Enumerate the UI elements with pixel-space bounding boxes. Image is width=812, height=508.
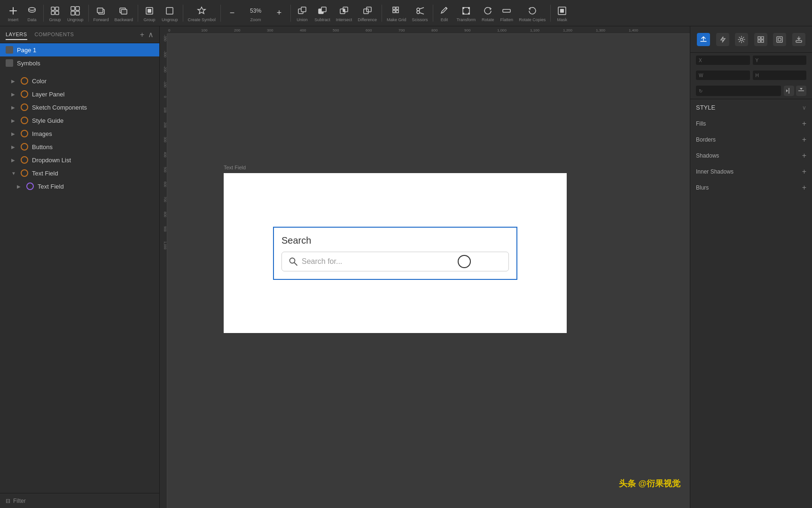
chevron-icon-textfield-child: ▶	[17, 184, 23, 189]
toolbar-difference[interactable]: Difference	[355, 3, 380, 23]
toolbar-rotate-copies[interactable]: Rotate Copies	[516, 3, 548, 23]
toolbar-rotate[interactable]: Rotate	[478, 3, 497, 23]
canvas-content[interactable]: Text Field Search Search for...	[167, 34, 690, 508]
search-input-box[interactable]: Search for...	[281, 252, 509, 271]
layer-buttons[interactable]: ▶ Buttons	[0, 140, 159, 153]
coord-h-input[interactable]	[763, 72, 791, 78]
add-shadows-button[interactable]: +	[802, 151, 806, 160]
add-fills-button[interactable]: +	[802, 119, 806, 128]
artboard-label: Text Field	[224, 165, 246, 170]
toolbar-data[interactable]: Data	[23, 3, 41, 23]
toolbar-zoom-out[interactable]: −	[223, 6, 242, 21]
toolbar-backward[interactable]: Backward	[112, 3, 136, 23]
toolbar-sep-8	[433, 5, 433, 22]
add-blurs-button[interactable]: +	[802, 183, 806, 192]
tab-components[interactable]: COMPONENTS	[35, 30, 74, 40]
toolbar-zoom-display[interactable]: 53% Zoom	[242, 3, 270, 23]
layer-dropdown[interactable]: ▶ Dropdown List	[0, 153, 159, 167]
layer-sketch-label: Sketch Components	[32, 104, 87, 111]
flip-v-button[interactable]	[796, 86, 806, 96]
difference-icon	[361, 4, 374, 17]
toolbar-sep-2	[88, 5, 89, 22]
add-layer-button[interactable]: +	[140, 31, 144, 39]
artboard[interactable]: Search Search for...	[224, 173, 567, 333]
svg-rect-50	[758, 40, 760, 42]
toolbar-intersect[interactable]: Intersect	[333, 3, 355, 23]
toolbar-subtract[interactable]: Subtract	[312, 3, 333, 23]
toolbar-make-grid[interactable]: Make Grid	[384, 3, 409, 23]
rp-lightning-icon[interactable]	[716, 33, 729, 46]
coords-row-xy: X Y	[690, 53, 812, 68]
ungroup-icon	[69, 4, 82, 17]
toolbar-ungroup2[interactable]: Ungroup	[159, 3, 181, 23]
canvas-area[interactable]: 🔒 0 100 200 300 400 500 600 700 800 900 …	[160, 26, 690, 508]
style-blurs-row: Blurs +	[690, 180, 812, 196]
collapse-panel-button[interactable]: ∧	[148, 30, 154, 39]
rotate-icon	[481, 4, 494, 17]
style-label: STYLE	[696, 104, 715, 111]
subtract-icon	[316, 4, 329, 17]
layer-panel-item[interactable]: ▶ Layer Panel	[0, 87, 159, 101]
svg-rect-12	[97, 8, 103, 13]
toolbar-create-symbol[interactable]: Create Symbol	[185, 3, 219, 23]
layer-page1[interactable]: Page 1	[0, 43, 159, 56]
rp-export-icon[interactable]	[792, 33, 805, 46]
svg-rect-17	[166, 8, 173, 14]
data-icon	[25, 4, 39, 17]
search-component[interactable]: Search Search for...	[273, 227, 517, 280]
toolbar-zoom-in[interactable]: +	[270, 6, 289, 21]
toolbar-flatten[interactable]: Flatten	[497, 3, 516, 23]
layer-style-guide[interactable]: ▶ Style Guide	[0, 114, 159, 127]
layer-images[interactable]: ▶ Images	[0, 127, 159, 140]
layer-style-label: Style Guide	[32, 117, 63, 124]
rp-settings-icon[interactable]	[735, 33, 748, 46]
layer-symbols-label: Symbols	[17, 60, 40, 67]
toolbar-union[interactable]: Union	[293, 3, 312, 23]
search-icon	[289, 257, 298, 266]
flatten-icon	[500, 4, 513, 17]
ruler-vtick-500: 500	[164, 167, 167, 173]
toolbar-edit[interactable]: Edit	[435, 3, 454, 23]
cursor-circle	[458, 255, 471, 268]
svg-rect-52	[777, 37, 782, 42]
toolbar-group[interactable]: Group	[46, 3, 64, 23]
bottom-filter-bar: ⊟ Filter	[0, 493, 159, 508]
toolbar-scissors[interactable]: Scissors	[409, 3, 431, 23]
add-borders-button[interactable]: +	[802, 135, 806, 144]
layer-sketch-components[interactable]: ▶ Sketch Components	[0, 101, 159, 114]
toolbar-forward[interactable]: Forward	[91, 3, 112, 23]
svg-rect-48	[758, 37, 760, 39]
layer-symbols[interactable]: Symbols	[0, 56, 159, 70]
toolbar-ungroup[interactable]: Ungroup	[64, 3, 86, 23]
toolbar-transform[interactable]: Transform	[454, 3, 479, 23]
svg-rect-38	[468, 7, 470, 9]
main-area: LAYERS COMPONENTS + ∧ Page 1 Symbols ▶ C…	[0, 26, 812, 508]
coord-x-input[interactable]	[706, 57, 734, 63]
layer-text-field[interactable]: ▼ Text Field	[0, 167, 159, 180]
toolbar-sep-4	[183, 5, 183, 22]
svg-rect-49	[761, 37, 764, 39]
group-icon	[48, 4, 62, 17]
svg-rect-27	[393, 7, 395, 9]
inner-shadows-label: Inner Shadows	[696, 168, 734, 175]
coord-w-input[interactable]	[706, 72, 734, 78]
rp-upload-icon[interactable]	[697, 33, 710, 46]
add-inner-shadows-button[interactable]: +	[802, 167, 806, 176]
toolbar-sep-5	[220, 5, 221, 22]
toolbar-mask[interactable]: Mask	[553, 3, 571, 23]
coord-y-input[interactable]	[763, 57, 791, 63]
toolbar-group2[interactable]: Group	[140, 3, 159, 23]
tab-layers[interactable]: LAYERS	[6, 30, 27, 40]
svg-rect-5	[51, 11, 55, 15]
flip-h-button[interactable]	[784, 86, 794, 96]
layer-text-field-child[interactable]: ▶ Text Field	[0, 180, 159, 193]
style-section: STYLE ∨ Fills + Borders + Shadows + Inne…	[690, 99, 812, 196]
ruler-vtick-neg300: -300	[164, 51, 167, 57]
style-header[interactable]: STYLE ∨	[690, 99, 812, 116]
rp-resize-icon[interactable]	[773, 33, 786, 46]
rotate-input[interactable]	[704, 88, 733, 94]
layer-color[interactable]: ▶ Color	[0, 74, 159, 87]
rp-table-icon[interactable]	[754, 33, 767, 46]
style-expand-icon: ∨	[802, 104, 806, 111]
toolbar-insert[interactable]: Insert	[4, 3, 23, 23]
